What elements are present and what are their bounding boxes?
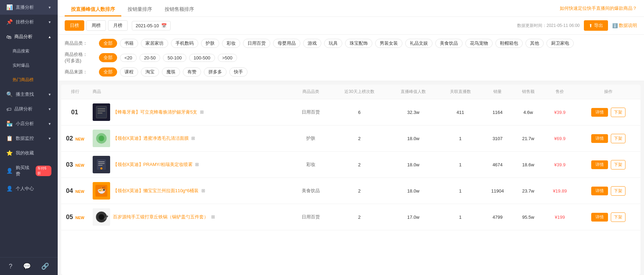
category-tag-skincare[interactable]: 护肤 <box>201 39 219 48</box>
category-tag-digital[interactable]: 手机数码 <box>171 39 198 48</box>
price-tag-100-500[interactable]: 100-500 <box>189 54 215 62</box>
source-tag-mokua[interactable]: 魔筷 <box>162 67 180 77</box>
price-tag-gt500[interactable]: >500 <box>218 54 237 62</box>
source-filter-row: 商品来源： 全部 课程 淘宝 魔筷 有赞 拼多多 快手 <box>65 67 637 77</box>
category-tag-all[interactable]: 全部 <box>99 39 117 48</box>
svg-rect-12 <box>98 165 102 166</box>
price-tag-20-50[interactable]: 20-50 <box>139 54 160 62</box>
product-name-link[interactable]: 【领创X莫迪】透蜜净透毛孔清洁面膜 <box>113 135 189 142</box>
date-value: 2021-05-10 <box>136 23 159 28</box>
price-tag-50-100[interactable]: 50-100 <box>163 54 186 62</box>
detail-button[interactable]: 详情 <box>591 160 608 169</box>
sidebar-item-shop-analysis[interactable]: 🏪 小店分析 ▼ <box>0 116 58 131</box>
product-name-link[interactable]: 百岁源纯手工锻打章丘铁锅（锅铲盖勺五件套） <box>113 214 208 220</box>
sidebar-item-brand-analysis[interactable]: 🏷 品牌分析 ▼ <box>0 102 58 116</box>
info-icon: ℹ️ <box>612 23 618 28</box>
source-tag-kuaishou[interactable]: 快手 <box>229 67 248 77</box>
sidebar-item-data-monitor[interactable]: 📋 数据监控 ▼ <box>0 131 58 146</box>
peak-viewers-cell: 18.0w <box>388 152 438 178</box>
chat-icon[interactable]: 💬 <box>23 262 31 270</box>
chevron-icon-6: ▼ <box>48 122 51 126</box>
top30-cell: 2 <box>331 125 388 152</box>
rank-tag: NEW <box>75 137 84 141</box>
top30-cell: 2 <box>331 178 388 204</box>
category-tag-jewelry[interactable]: 珠宝配饰 <box>345 39 372 48</box>
data-explain-link[interactable]: ℹ️ 数据说明 <box>612 22 637 29</box>
price-tag-all[interactable]: 全部 <box>99 53 117 62</box>
detail-button[interactable]: 详情 <box>591 213 608 222</box>
category-tag-food[interactable]: 美食饮品 <box>435 39 463 48</box>
category-tag-toys[interactable]: 玩具 <box>324 39 342 48</box>
sidebar-item-product-search[interactable]: 商品搜索 <box>0 44 58 58</box>
category-tag-kitchen[interactable]: 厨卫家电 <box>546 39 574 48</box>
export-button[interactable]: ⬆ 导出 <box>584 20 608 31</box>
sidebar-item-personal-center[interactable]: 👤 个人中心 <box>0 181 58 196</box>
product-name-link[interactable]: 【蜂毒牙膏】可立克蜂毒焕清护龈牙膏5支 <box>113 109 197 115</box>
delist-button[interactable]: 下架 <box>611 186 625 196</box>
sidebar-label-live-analysis: 直播分析 <box>16 4 34 10</box>
delist-button[interactable]: 下架 <box>611 108 625 117</box>
sidebar-label-product-search: 商品搜索 <box>13 48 29 54</box>
product-thumbnail <box>93 208 110 226</box>
category-tag-makeup[interactable]: 彩妆 <box>222 39 240 48</box>
help-link[interactable]: 如何快速定位快手直播间的爆款商品？ <box>560 5 637 15</box>
action-cell: 详情 下架 <box>576 125 641 152</box>
sidebar-item-anchor-analysis[interactable]: 📌 挂榜分析 ▼ <box>0 15 58 29</box>
category-tag-clothing[interactable]: 男装女装 <box>375 39 402 48</box>
category-tag-daily[interactable]: 日用百货 <box>243 39 270 48</box>
source-tag-pinduoduo[interactable]: 拼多多 <box>204 67 227 77</box>
price-tag-lt20[interactable]: <20 <box>120 54 137 62</box>
external-link-icon: ⊞ <box>201 188 205 193</box>
category-tag-other[interactable]: 其他 <box>525 39 544 48</box>
sidebar-item-live-analysis[interactable]: 📊 直播分析 ▼ <box>0 0 58 15</box>
sidebar-item-product-analysis[interactable]: 🛍 商品分析 ▲ <box>0 29 58 44</box>
sidebar-item-buy-invoice[interactable]: 👤 购买续费 车付6折 <box>0 160 58 181</box>
source-tag-all[interactable]: 全部 <box>99 67 117 77</box>
external-link-icon: ⊞ <box>211 214 215 219</box>
svg-rect-2 <box>98 108 105 109</box>
sales-cell: 11904 <box>482 178 513 204</box>
product-cell: 【蜂毒牙膏】可立克蜂毒焕清护龈牙膏5支 ⊞ <box>89 99 291 125</box>
sidebar-item-anchor-check[interactable]: 🔍 播主查找 ▼ <box>0 87 58 102</box>
help-icon[interactable]: ? <box>9 263 12 270</box>
link-icon[interactable]: 🔗 <box>41 262 49 270</box>
sidebar-item-hot-product[interactable]: 热门商品榜 <box>0 73 58 87</box>
chevron-icon-2: ▼ <box>48 20 51 24</box>
date-picker[interactable]: 2021-05-10 📅 <box>132 21 171 30</box>
delist-button[interactable]: 下架 <box>611 160 625 169</box>
detail-button[interactable]: 详情 <box>591 187 608 195</box>
detail-button[interactable]: 详情 <box>591 108 608 117</box>
col-top30: 近30天上榜次数 <box>331 85 388 99</box>
product-cell: 【领创X莫迪】透蜜净透毛孔清洁面膜 ⊞ <box>89 125 291 152</box>
sidebar-label-data-monitor: 数据监控 <box>16 135 34 142</box>
product-name-link[interactable]: 【领创X莫迪】懒宝宝兰州拉面110g*6桶装 <box>113 188 199 194</box>
category-tag-shoes[interactable]: 鞋帽箱包 <box>495 39 523 48</box>
daily-btn[interactable]: 日榜 <box>65 20 84 31</box>
product-thumbnail: 🍜 <box>93 182 110 200</box>
svg-point-13 <box>100 167 102 169</box>
category-tag-baby[interactable]: 母婴用品 <box>273 39 300 48</box>
delist-button[interactable]: 下架 <box>611 134 625 143</box>
source-tag-taobao[interactable]: 淘宝 <box>141 67 159 77</box>
weekly-btn[interactable]: 周榜 <box>86 20 106 31</box>
source-tag-course[interactable]: 课程 <box>120 67 138 77</box>
category-tag-home[interactable]: 家居家坊 <box>141 39 168 48</box>
tab-sales-amount[interactable]: 按销售额排序 <box>158 3 200 16</box>
table-header-row: 排行 商品 商品品类 近30天上榜次数 直播峰值人数 关联直播数 销量 销售额 … <box>61 85 641 99</box>
monthly-btn[interactable]: 月榜 <box>108 20 128 31</box>
price-cell: ¥39.9 <box>544 99 576 125</box>
product-name-link[interactable]: 【领创X莫迪】PRAMY/柏瑞美定妆喷雾 <box>113 161 193 168</box>
sidebar-item-my-collect[interactable]: ⭐ 我的收藏 <box>0 146 58 160</box>
category-tag-pet[interactable]: 花鸟宠物 <box>465 39 493 48</box>
category-tag-books[interactable]: 书籍 <box>120 39 138 48</box>
delist-button[interactable]: 下架 <box>611 212 625 222</box>
category-tag-gift[interactable]: 礼品文娱 <box>405 39 432 48</box>
source-tag-youzan[interactable]: 有赞 <box>183 67 201 77</box>
sidebar-item-realtime-product[interactable]: 实时爆品 <box>0 58 58 73</box>
tab-peak-viewers[interactable]: 按直播峰值人数排序 <box>65 3 121 16</box>
detail-button[interactable]: 详情 <box>591 134 608 143</box>
tab-sales-volume[interactable]: 按销量排序 <box>121 3 158 16</box>
sales-cell: 1164 <box>482 99 513 125</box>
top30-cell: 6 <box>331 99 388 125</box>
category-tag-game[interactable]: 游戏 <box>303 39 321 48</box>
